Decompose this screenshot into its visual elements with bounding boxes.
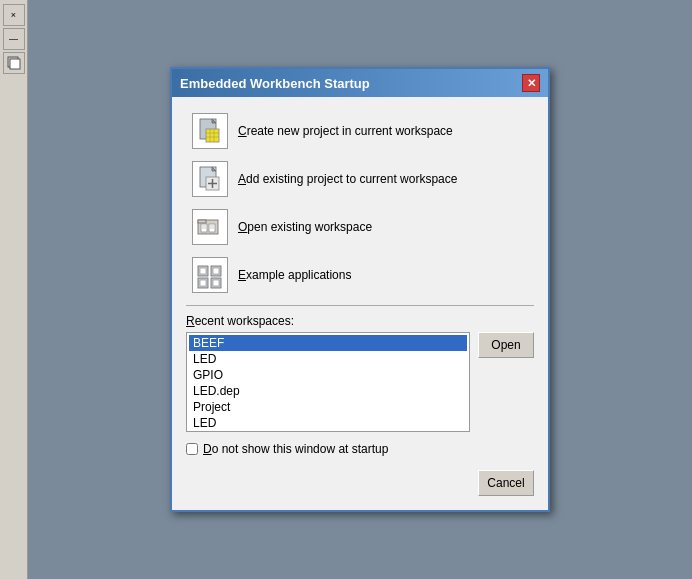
toolbar-btn-3[interactable] [3,52,25,74]
open-existing-workspace-item[interactable]: Open existing workspace [186,205,534,249]
svg-rect-4 [206,129,219,142]
dialog-content: Create new project in current workspace … [172,97,548,510]
workspace-item[interactable]: LED.dep [189,383,467,399]
recent-area: BEEF LED GPIO LED.dep Project LED LED Op… [186,332,534,432]
workspace-item[interactable]: LED [189,415,467,431]
cancel-button[interactable]: Cancel [478,470,534,496]
workspace-item[interactable]: GPIO [189,367,467,383]
dialog-titlebar: Embedded Workbench Startup ✕ [172,69,548,97]
open-existing-workspace-label: Open existing workspace [238,220,372,234]
workspace-item[interactable]: LED [189,351,467,367]
left-toolbar: × — [0,0,28,579]
create-new-project-label: Create new project in current workspace [238,124,453,138]
dialog-close-button[interactable]: ✕ [522,74,540,92]
startup-dialog: Embedded Workbench Startup ✕ [170,67,550,512]
toolbar-btn-1[interactable]: × [3,4,25,26]
open-workspace-icon [192,209,228,245]
workspace-item[interactable]: LED [189,431,467,432]
svg-rect-25 [213,268,219,274]
add-project-icon [192,161,228,197]
create-new-project-item[interactable]: Create new project in current workspace [186,109,534,153]
add-existing-project-item[interactable]: Add existing project to current workspac… [186,157,534,201]
dialog-title: Embedded Workbench Startup [180,76,370,91]
dialog-footer: Cancel [186,466,534,498]
workspace-list[interactable]: BEEF LED GPIO LED.dep Project LED LED [186,332,470,432]
svg-rect-1 [10,59,20,69]
example-applications-label: Example applications [238,268,351,282]
workspace-item[interactable]: BEEF [189,335,467,351]
do-not-show-row: Do not show this window at startup [186,442,534,456]
new-project-icon [192,113,228,149]
example-apps-icon [192,257,228,293]
separator [186,305,534,306]
do-not-show-checkbox[interactable] [186,443,198,455]
toolbar-btn-2[interactable]: — [3,28,25,50]
do-not-show-label: Do not show this window at startup [203,442,388,456]
workspace-item[interactable]: Project [189,399,467,415]
example-applications-item[interactable]: Example applications [186,253,534,297]
svg-rect-15 [198,220,206,223]
svg-rect-23 [200,268,206,274]
add-existing-project-label: Add existing project to current workspac… [238,172,457,186]
recent-workspaces-label: Recent workspaces: [186,314,534,328]
open-button[interactable]: Open [478,332,534,358]
svg-rect-27 [200,280,206,286]
svg-rect-29 [213,280,219,286]
dialog-overlay: Embedded Workbench Startup ✕ [28,0,692,579]
